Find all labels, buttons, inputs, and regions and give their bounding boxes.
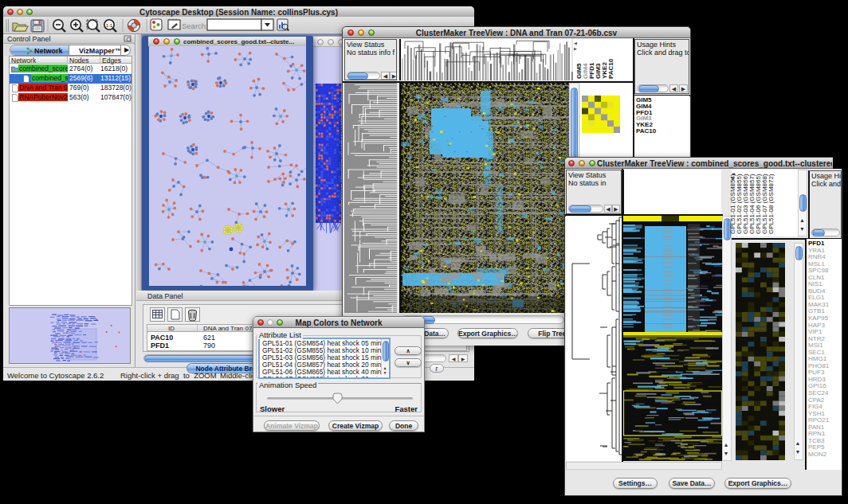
svg-text:Search:: Search: bbox=[182, 21, 208, 30]
svg-text:1:1: 1:1 bbox=[106, 23, 113, 28]
